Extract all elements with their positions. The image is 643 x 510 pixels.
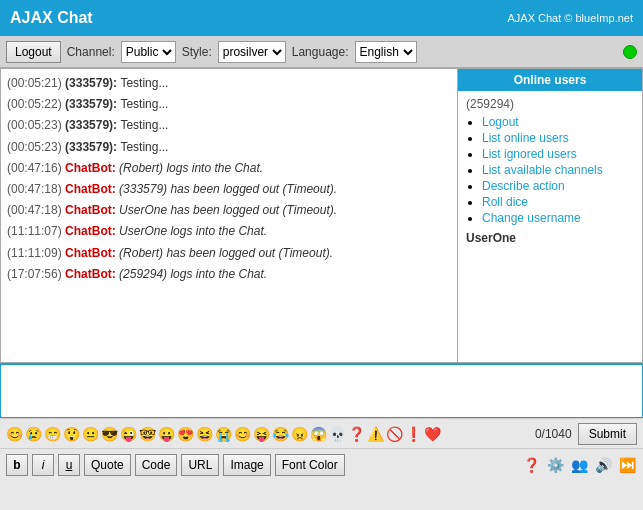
online-menu-link[interactable]: Roll dice (482, 195, 528, 209)
online-menu-item[interactable]: List ignored users (482, 147, 634, 161)
online-menu-link[interactable]: List ignored users (482, 147, 577, 161)
chat-message: (00:05:23) (333579): Testing... (5, 115, 453, 136)
chat-time: (11:11:09) (7, 246, 65, 260)
online-menu-link[interactable]: Describe action (482, 179, 565, 193)
emoji-scream[interactable]: 😱 (310, 427, 327, 441)
chat-message: (00:47:18) ChatBot: (333579) has been lo… (5, 179, 453, 200)
style-label: Style: (182, 45, 212, 59)
chat-time: (00:47:18) (7, 182, 65, 196)
emoji-skull[interactable]: 💀 (329, 427, 346, 441)
emoji-glasses[interactable]: 🤓 (139, 427, 156, 441)
forward-icon[interactable]: ⏭️ (617, 455, 637, 475)
chat-time: (00:05:23) (7, 118, 65, 132)
emoji-cool[interactable]: 😎 (101, 427, 118, 441)
italic-button[interactable]: i (32, 454, 54, 476)
online-indicator (623, 45, 637, 59)
quote-button[interactable]: Quote (84, 454, 131, 476)
online-menu-link[interactable]: Change username (482, 211, 581, 225)
chat-username: ChatBot: (65, 246, 119, 260)
online-menu-item[interactable]: Logout (482, 115, 634, 129)
online-menu-item[interactable]: List available channels (482, 163, 634, 177)
chat-time: (17:07:56) (7, 267, 65, 281)
chat-message-text: Testing... (120, 76, 168, 90)
online-menu-item[interactable]: Roll dice (482, 195, 634, 209)
help-icon[interactable]: ❓ (521, 455, 541, 475)
channel-select[interactable]: Public (121, 41, 176, 63)
emoji-wink[interactable]: 😜 (120, 427, 137, 441)
chat-username: (333579): (65, 97, 120, 111)
emoji-silly[interactable]: 😝 (253, 427, 270, 441)
chat-message-text: Testing... (120, 118, 168, 132)
emoji-exclaim[interactable]: ❗ (405, 427, 422, 441)
emoji-cry[interactable]: 😭 (215, 427, 232, 441)
font-color-button[interactable]: Font Color (275, 454, 345, 476)
chat-message: (00:05:21) (333579): Testing... (5, 73, 453, 94)
style-select[interactable]: prosilver (218, 41, 286, 63)
chat-time: (11:11:07) (7, 224, 65, 238)
chat-username: ChatBot: (65, 161, 119, 175)
emoji-sad[interactable]: 😢 (25, 427, 42, 441)
code-button[interactable]: Code (135, 454, 178, 476)
online-users-header: Online users (458, 69, 642, 91)
emoji-neutral[interactable]: 😐 (82, 427, 99, 441)
app-copyright: AJAX Chat © blueImp.net (507, 12, 633, 24)
chat-message-text: (259294) logs into the Chat. (119, 267, 267, 281)
chat-time: (00:47:18) (7, 203, 65, 217)
main-area: (00:05:21) (333579): Testing...(00:05:22… (0, 68, 643, 363)
bold-button[interactable]: b (6, 454, 28, 476)
emoji-joy[interactable]: 😂 (272, 427, 289, 441)
chat-message: (17:07:56) ChatBot: (259294) logs into t… (5, 264, 453, 285)
emoji-angry[interactable]: 😠 (291, 427, 308, 441)
chat-input[interactable] (5, 369, 638, 413)
image-button[interactable]: Image (223, 454, 270, 476)
emoji-heart-eyes[interactable]: 😍 (177, 427, 194, 441)
language-select[interactable]: English (355, 41, 417, 63)
emoji-question[interactable]: ❓ (348, 427, 365, 441)
emoji-warning[interactable]: ⚠️ (367, 427, 384, 441)
url-button[interactable]: URL (181, 454, 219, 476)
channel-label: Channel: (67, 45, 115, 59)
emoji-smile[interactable]: 😊 (6, 427, 23, 441)
online-menu-link[interactable]: Logout (482, 115, 519, 129)
emoji-laugh[interactable]: 😆 (196, 427, 213, 441)
sound-icon[interactable]: 🔊 (593, 455, 613, 475)
online-menu-item[interactable]: Change username (482, 211, 634, 225)
toolbar: Logout Channel: Public Style: prosilver … (0, 36, 643, 68)
chat-message-text: UserOne logs into the Chat. (119, 224, 267, 238)
chat-username: (333579): (65, 118, 120, 132)
format-bar: b i u Quote Code URL Image Font Color ❓ … (0, 448, 643, 480)
chat-message-text: (Robert) logs into the Chat. (119, 161, 263, 175)
online-user-name: UserOne (466, 231, 634, 245)
emoji-bar: 😊 😢 😁 😲 😐 😎 😜 🤓 😛 😍 😆 😭 😊 😝 😂 😠 😱 💀 ❓ ⚠️… (0, 418, 643, 448)
online-menu-link[interactable]: List online users (482, 131, 569, 145)
chat-message: (11:11:07) ChatBot: UserOne logs into th… (5, 221, 453, 242)
emoji-tongue[interactable]: 😛 (158, 427, 175, 441)
underline-button[interactable]: u (58, 454, 80, 476)
emoji-grin[interactable]: 😁 (44, 427, 61, 441)
emoji-blush[interactable]: 😊 (234, 427, 251, 441)
current-user-id: (259294) (466, 97, 634, 111)
emoji-no[interactable]: 🚫 (386, 427, 403, 441)
chat-time: (00:05:22) (7, 97, 65, 111)
users-icon[interactable]: 👥 (569, 455, 589, 475)
chat-username: ChatBot: (65, 203, 119, 217)
online-users-panel: Online users (259294) LogoutList online … (458, 68, 643, 363)
logout-button[interactable]: Logout (6, 41, 61, 63)
online-users-menu: LogoutList online usersList ignored user… (466, 115, 634, 225)
submit-button[interactable]: Submit (578, 423, 637, 445)
emoji-surprised[interactable]: 😲 (63, 427, 80, 441)
online-menu-item[interactable]: Describe action (482, 179, 634, 193)
chat-message: (00:47:16) ChatBot: (Robert) logs into t… (5, 158, 453, 179)
chat-message: (00:05:23) (333579): Testing... (5, 137, 453, 158)
chat-message: (00:47:18) ChatBot: UserOne has been log… (5, 200, 453, 221)
settings-icon[interactable]: ⚙️ (545, 455, 565, 475)
chat-message-text: Testing... (120, 140, 168, 154)
chat-message: (11:11:09) ChatBot: (Robert) has been lo… (5, 243, 453, 264)
chat-message-text: (Robert) has been logged out (Timeout). (119, 246, 333, 260)
emoji-heart[interactable]: ❤️ (424, 427, 441, 441)
chat-username: ChatBot: (65, 267, 119, 281)
online-menu-item[interactable]: List online users (482, 131, 634, 145)
online-menu-link[interactable]: List available channels (482, 163, 603, 177)
chat-time: (00:05:23) (7, 140, 65, 154)
chat-message-text: UserOne has been logged out (Timeout). (119, 203, 337, 217)
